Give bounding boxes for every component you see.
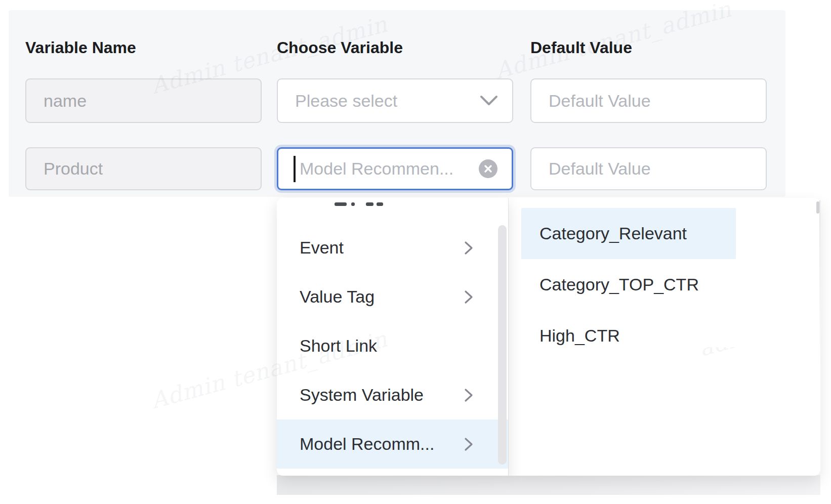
menu-scrollbar-thumb[interactable] xyxy=(498,225,507,465)
variable-name-value-row1: name xyxy=(44,91,87,111)
chevron-right-icon xyxy=(464,388,474,403)
choose-variable-label: Choose Variable xyxy=(277,38,403,57)
scrolled-item-fragment xyxy=(277,201,508,208)
default-value-input-row2[interactable]: Default Value xyxy=(530,147,767,190)
chevron-right-icon xyxy=(464,289,474,305)
cascader-menu: Event Value Tag Short Link System Variab… xyxy=(277,198,508,476)
submenu-item-high-ctr[interactable]: High_CTR xyxy=(521,310,736,361)
cascader-submenu: Category_Relevant Category_TOP_CTR High_… xyxy=(508,198,820,476)
chevron-down-icon xyxy=(480,95,498,106)
menu-item-value-tag[interactable]: Value Tag xyxy=(277,272,508,321)
submenu-scrollbar-thumb[interactable] xyxy=(816,201,819,214)
popup-bottom-shadow xyxy=(277,475,820,495)
default-value-placeholder-row1: Default Value xyxy=(549,91,651,111)
submenu-scrollbar-track xyxy=(819,200,820,367)
choose-variable-placeholder-row1: Please select xyxy=(295,91,480,111)
submenu-item-category-relevant[interactable]: Category_Relevant xyxy=(521,208,736,259)
choose-variable-select-row1[interactable]: Please select xyxy=(277,78,513,123)
default-value-input-row1[interactable]: Default Value xyxy=(530,78,767,123)
default-value-label: Default Value xyxy=(530,38,632,57)
default-value-placeholder-row2: Default Value xyxy=(549,159,651,179)
variable-name-label: Variable Name xyxy=(25,38,136,57)
submenu-item-category-top-ctr[interactable]: Category_TOP_CTR xyxy=(521,259,736,310)
clear-selection-button[interactable] xyxy=(479,159,497,178)
menu-item-short-link[interactable]: Short Link xyxy=(277,321,508,370)
variable-name-input-row1[interactable]: name xyxy=(25,78,262,123)
variable-name-input-row2[interactable]: Product xyxy=(25,147,262,190)
chevron-right-icon xyxy=(464,437,474,452)
menu-item-model-recommend[interactable]: Model Recomm... xyxy=(277,419,508,469)
text-cursor xyxy=(294,156,296,182)
menu-item-event[interactable]: Event xyxy=(277,223,508,272)
choose-variable-select-row2[interactable]: Model Recommen... xyxy=(277,147,513,190)
choose-variable-value-row2: Model Recommen... xyxy=(300,159,474,179)
menu-item-system-variable[interactable]: System Variable xyxy=(277,370,508,419)
chevron-right-icon xyxy=(464,240,474,256)
variable-name-value-row2: Product xyxy=(44,159,103,179)
